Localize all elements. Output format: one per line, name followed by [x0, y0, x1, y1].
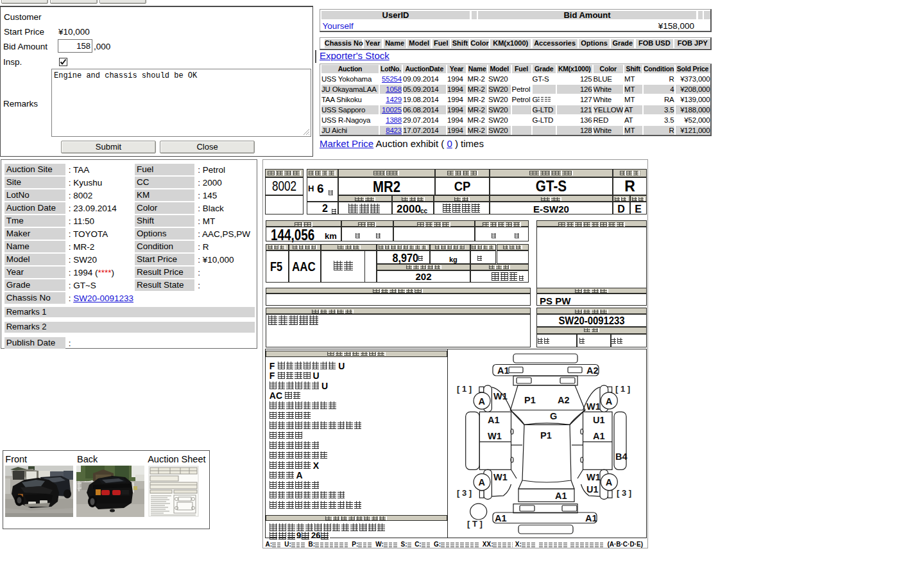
svg-text:P1: P1: [540, 430, 552, 441]
svg-text:U1: U1: [593, 415, 605, 425]
svg-text:[ T ]: [ T ]: [467, 519, 483, 529]
svg-text:A1: A1: [497, 365, 509, 376]
svg-text:[ 1 ]: [ 1 ]: [457, 384, 472, 394]
svg-text:A2: A2: [558, 395, 570, 405]
svg-text:[ 3 ]: [ 3 ]: [617, 488, 631, 498]
svg-text:W1: W1: [493, 391, 508, 401]
svg-text:B4: B4: [615, 451, 628, 462]
svg-text:A1: A1: [555, 491, 567, 501]
svg-text:A1: A1: [495, 513, 507, 523]
svg-text:A1: A1: [488, 415, 500, 425]
svg-text:[ 3 ]: [ 3 ]: [457, 488, 472, 498]
svg-text:A2: A2: [586, 365, 599, 376]
svg-text:A1: A1: [593, 431, 605, 441]
svg-text:A: A: [606, 396, 613, 407]
svg-text:[ 1 ]: [ 1 ]: [615, 384, 630, 394]
svg-text:W1: W1: [493, 472, 508, 482]
svg-text:A: A: [606, 477, 613, 487]
svg-text:G: G: [550, 411, 557, 421]
svg-text:A1: A1: [585, 513, 597, 523]
svg-text:U1: U1: [586, 484, 599, 495]
svg-text:A: A: [479, 477, 486, 487]
svg-text:W1: W1: [488, 431, 502, 441]
svg-text:P1: P1: [524, 395, 536, 405]
svg-text:W1: W1: [586, 401, 601, 412]
svg-text:W1: W1: [586, 472, 601, 482]
svg-text:A: A: [479, 396, 486, 407]
